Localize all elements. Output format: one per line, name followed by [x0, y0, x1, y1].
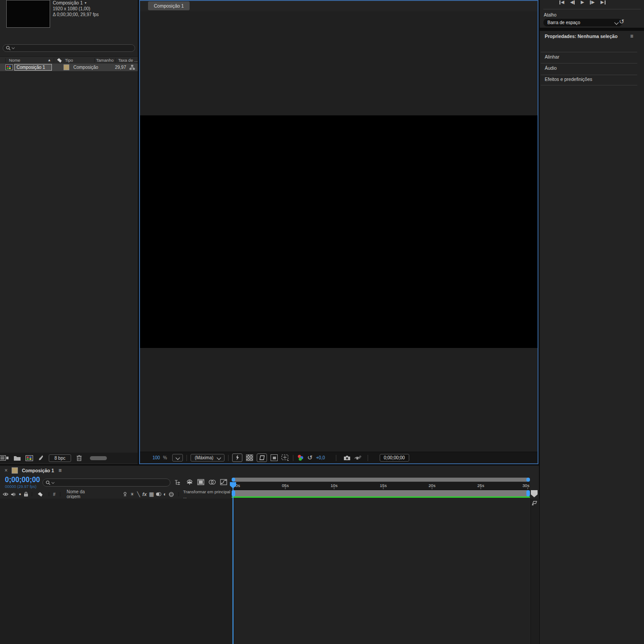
interpret-footage-icon[interactable] — [0, 455, 9, 461]
column-nome[interactable]: Nome — [9, 58, 20, 63]
panel-menu-icon[interactable]: ≡ — [630, 33, 633, 39]
grid-guides-button[interactable] — [281, 454, 289, 461]
time-ruler[interactable]: 00s 05s 10s 15s 20s 25s 30s — [232, 482, 530, 490]
motion-blur-switch-icon[interactable] — [156, 491, 161, 497]
next-frame-button[interactable]: ▶ — [590, 0, 595, 4]
trash-icon[interactable] — [76, 455, 82, 461]
project-item-resolution: 1920 x 1080 (1,00) — [53, 6, 99, 12]
draft-3d-icon[interactable] — [186, 479, 193, 485]
exposure-value[interactable]: +0,0 — [316, 455, 325, 460]
audio-icon[interactable] — [11, 492, 16, 497]
last-frame-button[interactable]: ▶ — [601, 0, 606, 4]
search-icon — [6, 46, 11, 51]
row-name-field[interactable]: Composição 1 — [14, 64, 52, 71]
time-navigator-bar[interactable] — [232, 478, 530, 482]
zoom-dropdown[interactable] — [172, 454, 183, 462]
playhead-line[interactable] — [233, 482, 233, 644]
project-row-composicao-1[interactable]: Composição 1 Composição 29,97 — [0, 64, 138, 71]
row-rate: 29,97 — [115, 65, 126, 70]
motion-blur-icon[interactable] — [208, 479, 216, 485]
row-label-swatch[interactable] — [64, 64, 69, 70]
composition-item-icon — [5, 64, 13, 70]
viewer-tab-composicao-1[interactable]: Composição 1 — [148, 1, 190, 10]
close-tab-icon[interactable]: × — [4, 467, 8, 474]
chevron-down-icon — [175, 456, 180, 460]
column-hash[interactable]: # — [53, 492, 56, 497]
project-search-input[interactable] — [3, 44, 135, 52]
column-source-name[interactable]: Nome da origem — [67, 489, 97, 499]
column-master[interactable]: Transformar em principal ... — [183, 489, 231, 499]
reset-exposure-icon[interactable]: ↺ — [307, 455, 313, 460]
layer-list-area[interactable] — [0, 499, 232, 644]
project-item-title[interactable]: Composição 1 — [53, 0, 83, 6]
previous-frame-button[interactable]: ◀ — [570, 0, 575, 4]
brush-icon[interactable] — [38, 455, 43, 461]
search-options-chevron-icon — [51, 480, 55, 483]
render-progress-bar — [232, 496, 530, 498]
snapshot-camera-icon[interactable] — [343, 455, 351, 461]
work-area-bar[interactable] — [232, 490, 530, 496]
effects-icon[interactable]: fx — [142, 491, 147, 497]
viewer-toolbar: 100 % (Máxima) — [140, 452, 538, 463]
navigator-end-handle[interactable] — [526, 478, 530, 482]
shy-icon[interactable] — [123, 491, 127, 497]
shortcut-dropdown[interactable]: Barra de espaço — [543, 19, 622, 26]
frame-blend-switch-icon[interactable]: ▦ — [149, 492, 154, 497]
mask-visibility-button[interactable] — [257, 453, 267, 462]
transparency-grid-button[interactable] — [246, 454, 253, 461]
3d-layer-icon[interactable] — [169, 491, 174, 497]
navigator-start-handle[interactable] — [232, 478, 235, 482]
first-frame-button[interactable]: ◀ — [559, 0, 564, 4]
sort-ascending-icon[interactable]: ▲ — [47, 58, 51, 62]
channel-rgb-button[interactable] — [297, 455, 304, 461]
label-color-icon[interactable] — [57, 58, 63, 63]
region-of-interest-button[interactable] — [271, 454, 278, 461]
timeline-search-input[interactable] — [42, 479, 170, 487]
shortcut-label: Atalho — [544, 13, 556, 17]
project-panel: Composição 1 ▾ 1920 x 1080 (1,00) Δ 0;00… — [0, 0, 138, 464]
properties-header[interactable]: Propriedades: Nenhuma seleção — [545, 34, 618, 39]
section-audio[interactable]: Áudio — [545, 65, 557, 71]
comp-marker-icon[interactable] — [531, 500, 538, 506]
flowchart-icon[interactable] — [129, 64, 135, 70]
play-button[interactable]: ▶ — [580, 0, 584, 4]
timeline-tab-label[interactable]: Composição 1 — [22, 468, 54, 473]
lock-icon[interactable] — [24, 491, 28, 497]
bpc-button[interactable]: 8 bpc — [49, 454, 71, 462]
work-area-end-handle[interactable] — [526, 490, 530, 496]
caret-down-icon[interactable]: ▾ — [85, 0, 86, 6]
timeline-timecode[interactable]: 0;00;00;00 — [5, 476, 40, 484]
composition-frame[interactable] — [140, 115, 538, 348]
eye-icon[interactable] — [3, 492, 8, 496]
new-composition-icon[interactable] — [25, 455, 33, 461]
timeline-tab-swatch[interactable] — [12, 467, 18, 474]
resolution-dropdown[interactable]: (Máxima) — [191, 454, 225, 462]
frame-blending-icon[interactable] — [197, 479, 204, 485]
zoom-value[interactable]: 100 — [153, 455, 160, 460]
quality-icon[interactable]: ╲ — [137, 492, 140, 497]
track-area[interactable] — [232, 499, 530, 644]
adjustment-layer-icon[interactable]: ◐ — [163, 492, 166, 497]
search-options-chevron-icon — [12, 46, 15, 49]
panel-menu-icon[interactable]: ≡ — [59, 467, 62, 474]
column-tipo[interactable]: Tipo — [65, 58, 94, 63]
scrollbar-thumb[interactable] — [90, 456, 107, 460]
comp-marker-bin-button[interactable] — [531, 490, 538, 497]
column-taxa[interactable]: Taxa de ... — [118, 58, 138, 63]
search-icon — [46, 480, 51, 485]
viewer-timecode-field[interactable]: 0;00;00;00 — [380, 454, 409, 462]
collapse-transformations-icon[interactable]: ☀ — [130, 492, 135, 497]
viewer-stage[interactable] — [140, 11, 538, 452]
column-tamanho[interactable]: Tamanho — [95, 58, 114, 63]
reset-shortcut-icon[interactable]: ↺ — [619, 19, 624, 24]
solo-icon[interactable]: ● — [19, 492, 21, 496]
composition-mini-flowchart-icon[interactable] — [174, 479, 182, 485]
fast-previews-button[interactable] — [232, 453, 242, 462]
graph-editor-icon[interactable] — [220, 479, 227, 485]
section-efeitos[interactable]: Efeitos e predefinições — [545, 76, 592, 82]
new-folder-icon[interactable] — [13, 455, 21, 461]
timeline-scroll-column[interactable] — [530, 499, 539, 644]
show-snapshot-icon[interactable] — [354, 455, 361, 461]
section-alinhar[interactable]: Alinhar — [545, 54, 559, 59]
label-color-icon[interactable] — [38, 491, 43, 497]
